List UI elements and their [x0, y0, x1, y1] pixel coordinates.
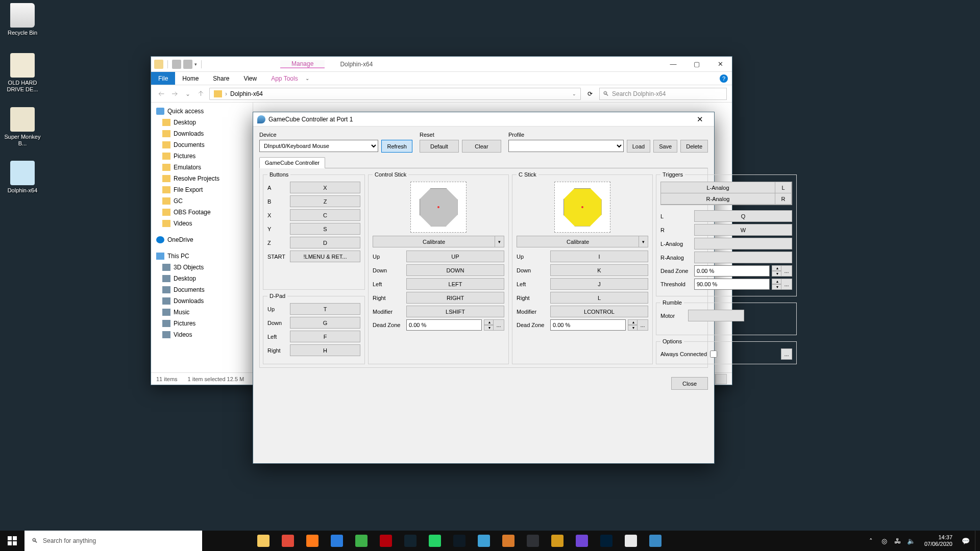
show-desktop-button[interactable]: [975, 531, 978, 551]
taskbar-app-discord[interactable]: [521, 531, 545, 551]
nav-item[interactable]: OBS Footage: [151, 207, 253, 218]
calibrate-button[interactable]: Calibrate: [373, 236, 495, 247]
more-button[interactable]: ...: [781, 265, 792, 277]
nav-item[interactable]: GC: [151, 195, 253, 207]
taskbar-clock[interactable]: 14:37 07/06/2020: [920, 534, 957, 547]
taskbar-app-app-orange[interactable]: [496, 531, 521, 551]
taskbar-app-firefox[interactable]: [300, 531, 325, 551]
save-button[interactable]: Save: [653, 140, 677, 153]
start-button[interactable]: [0, 531, 24, 551]
tab-view[interactable]: View: [236, 72, 264, 85]
back-button[interactable]: 🡠: [156, 90, 166, 97]
tab-share[interactable]: Share: [206, 72, 236, 85]
deadzone-input[interactable]: [550, 319, 626, 331]
bind-button[interactable]: K: [550, 264, 648, 276]
taskbar-app-app-green[interactable]: [349, 531, 374, 551]
bind-button[interactable]: L: [550, 292, 648, 304]
breadcrumb[interactable]: › Dolphin-x64 ⌄: [209, 88, 581, 100]
profile-select[interactable]: [508, 140, 624, 152]
minimize-button[interactable]: —: [662, 57, 685, 72]
tab-home[interactable]: Home: [175, 72, 206, 85]
desktop-icon-dolphin[interactable]: Dolphin-x64: [3, 161, 42, 194]
nav-item[interactable]: File Export: [151, 184, 253, 195]
bind-button[interactable]: S: [290, 223, 360, 235]
nav-onedrive[interactable]: OneDrive: [151, 234, 253, 245]
tab-gamecube[interactable]: GameCube Controller: [259, 157, 325, 168]
recent-dropdown[interactable]: ⌄: [183, 90, 193, 97]
more-button[interactable]: ...: [637, 319, 648, 331]
chevron-down-icon[interactable]: ⌄: [305, 76, 309, 81]
calibrate-button[interactable]: Calibrate: [517, 236, 639, 247]
nav-item[interactable]: Music: [151, 307, 253, 318]
bind-button[interactable]: !LMENU & RET...: [290, 251, 360, 262]
taskbar-app-taskview[interactable]: [227, 531, 251, 551]
always-connected-checkbox[interactable]: [710, 350, 717, 358]
bind-button[interactable]: LEFT: [406, 278, 504, 290]
qat-btn[interactable]: [172, 60, 181, 69]
taskbar-app-explorer[interactable]: [251, 531, 276, 551]
breadcrumb-segment[interactable]: Dolphin-x64: [230, 90, 263, 97]
nav-item[interactable]: Documents: [151, 284, 253, 295]
qat-btn[interactable]: [183, 60, 192, 69]
l-analog-big[interactable]: L-Analog: [660, 182, 775, 193]
bind-button[interactable]: UP: [406, 251, 504, 262]
bind-button[interactable]: RIGHT: [406, 292, 504, 304]
nav-this-pc[interactable]: This PC: [151, 251, 253, 262]
bind-button[interactable]: T: [290, 303, 360, 315]
taskbar-app-vscode[interactable]: [325, 531, 349, 551]
nav-item[interactable]: Documents: [151, 139, 253, 151]
nav-item[interactable]: Emulators: [151, 162, 253, 173]
bind-button[interactable]: Z: [290, 195, 360, 207]
taskbar-app-app-rainbow[interactable]: [472, 531, 496, 551]
taskbar-app-media[interactable]: [447, 531, 472, 551]
taskbar-app-amazon[interactable]: [570, 531, 594, 551]
up-button[interactable]: 🡡: [196, 90, 206, 97]
refresh-button[interactable]: Refresh: [381, 140, 412, 153]
tab-file[interactable]: File: [151, 72, 175, 85]
close-dialog-button[interactable]: Close: [671, 377, 708, 390]
nav-item[interactable]: Downloads: [151, 128, 253, 139]
explorer-titlebar[interactable]: ▾ Manage Dolphin-x64 — ▢ ✕: [151, 57, 732, 72]
more-button[interactable]: ...: [781, 279, 792, 290]
nav-pane[interactable]: Quick access Desktop Downloads Documents…: [151, 103, 253, 372]
notifications-icon[interactable]: 💬: [962, 537, 970, 545]
load-button[interactable]: Load: [627, 140, 650, 153]
close-button[interactable]: ✕: [708, 57, 732, 72]
bind-button[interactable]: G: [290, 317, 360, 329]
tray-chevron-up-icon[interactable]: ˄: [867, 537, 875, 545]
tray-location-icon[interactable]: ◎: [880, 537, 889, 545]
r-analog-big[interactable]: R-Analog: [660, 193, 775, 205]
taskbar-app-cortana[interactable]: [202, 531, 227, 551]
nav-item[interactable]: Desktop: [151, 117, 253, 128]
bind-button[interactable]: LCONTROL: [550, 306, 648, 317]
nav-item[interactable]: Pictures: [151, 318, 253, 329]
taskbar-app-photoshop[interactable]: [594, 531, 619, 551]
taskbar-app-chrome[interactable]: [276, 531, 300, 551]
more-button[interactable]: ...: [493, 319, 504, 331]
search-input[interactable]: 🔍︎ Search Dolphin-x64: [599, 88, 727, 100]
chevron-down-icon[interactable]: ⌄: [572, 91, 576, 96]
default-button[interactable]: Default: [420, 140, 459, 153]
bind-button[interactable]: J: [550, 278, 648, 290]
clear-button[interactable]: Clear: [462, 140, 501, 153]
nav-item[interactable]: Videos: [151, 329, 253, 340]
delete-button[interactable]: Delete: [680, 140, 708, 153]
bind-button[interactable]: [694, 238, 792, 249]
bind-button[interactable]: H: [290, 344, 360, 356]
bind-button[interactable]: D: [290, 237, 360, 248]
l-analog-small[interactable]: L: [775, 182, 792, 193]
maximize-button[interactable]: ▢: [685, 57, 708, 72]
ribbon-context-tab[interactable]: Manage: [280, 60, 325, 68]
qat-dropdown[interactable]: ▾: [194, 62, 197, 67]
refresh-button[interactable]: ⟳: [584, 88, 596, 100]
device-select[interactable]: DInput/0/Keyboard Mouse: [259, 140, 378, 152]
tray-network-icon[interactable]: 🖧: [894, 537, 902, 545]
nav-item[interactable]: 3D Objects: [151, 262, 253, 273]
more-button[interactable]: ...: [781, 348, 792, 360]
taskbar-app-whatsapp[interactable]: [423, 531, 447, 551]
taskbar-app-steam[interactable]: [398, 531, 423, 551]
forward-button[interactable]: 🡢: [169, 90, 180, 97]
nav-item[interactable]: Downloads: [151, 295, 253, 307]
taskbar-app-app-white[interactable]: [619, 531, 643, 551]
nav-item[interactable]: Pictures: [151, 151, 253, 162]
